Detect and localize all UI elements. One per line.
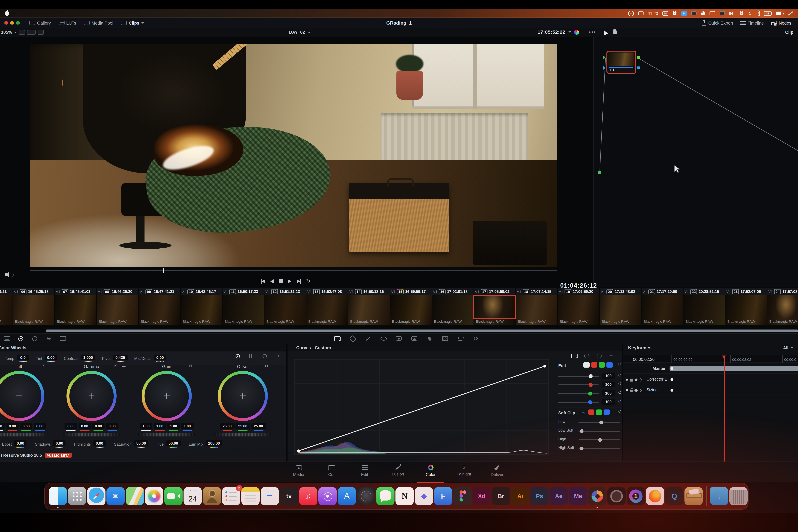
blur-icon[interactable] [426,335,434,342]
channel-value[interactable]: 0.00 [20,423,33,431]
adjustment-control[interactable]: Lum Mix 100.00 [189,440,222,448]
video-viewer[interactable] [30,44,557,267]
stereo-3d-icon[interactable]: 3D [472,335,480,342]
corrector-node[interactable]: 01 [606,51,636,74]
channel-value[interactable]: 1.00 [140,423,152,431]
dock-freeform-icon[interactable]: ~ [261,487,279,505]
dock-safari-icon[interactable] [87,487,106,505]
timeline-clip-07[interactable]: V1 07 16:45:41:03 Blackmagic RAW [55,288,96,325]
dock-separator[interactable] [706,486,707,506]
timeline-clip-09[interactable]: V1 09 16:47:41:21 Blackmagic RAW [139,288,180,325]
channel-value[interactable]: 25.00 [235,423,250,431]
clip-thumbnail[interactable] [516,296,557,319]
dock-gem-app-icon[interactable]: ◆ [415,487,433,505]
viewer-scrub-bar[interactable] [30,270,557,271]
slider-track[interactable] [578,431,620,432]
timeline-clip-16[interactable]: V1 16 17:02:01:18 Blackmagic RAW [432,288,474,325]
dock-downloads-icon[interactable]: ↓ [710,487,728,505]
adjustment-control[interactable]: Saturation 50.00 [114,440,149,448]
lock-icon[interactable] [630,390,633,392]
nodes-panel-button[interactable]: Nodes [771,21,791,25]
clip-thumbnail[interactable] [348,296,390,319]
key-icon[interactable] [441,335,449,342]
dock-capture-one-icon[interactable]: 1 [627,487,645,505]
wheel-settings-icon[interactable]: ↺ [274,353,282,359]
slider-thumb[interactable] [588,400,592,404]
clip-thumbnail[interactable] [97,296,138,319]
curve-options-icon[interactable]: ••• [608,353,615,359]
stop-button[interactable] [279,280,283,283]
timeline-clip-08[interactable]: V1 08 16:46:26:20 Blackmagic RAW [97,288,138,325]
reset-icon[interactable]: ↺ [618,391,622,395]
clip-thumbnail[interactable] [642,296,683,319]
reset-icon[interactable]: ↺ [618,373,622,378]
docs-app-icon[interactable]: D [681,11,687,16]
adjustment-control[interactable]: Temp 0.0 [5,355,29,362]
timeline-panel-button[interactable]: Timeline [740,21,764,25]
dock-messages-icon[interactable] [376,487,395,505]
viewer-mode-icon[interactable] [19,30,25,35]
channel-chip[interactable] [606,362,613,367]
slider-value[interactable]: 100 [602,399,615,405]
motion-effects-icon[interactable] [59,335,66,342]
tab-deliver[interactable]: Deliver [482,463,513,482]
menubar-clock[interactable]: 11:20 [648,11,658,16]
split-view-icon[interactable] [27,30,36,35]
timeline-clip-10[interactable]: V1 10 16:48:46:17 Blackmagic RAW [180,288,222,325]
tab-color[interactable]: Color [415,463,446,482]
dock-reminders-icon[interactable]: 2 [222,487,240,505]
clip-thumbnail[interactable] [13,296,54,319]
lock-icon[interactable] [630,379,633,382]
slider-thumb[interactable] [580,447,584,451]
color-wheels-icon[interactable] [17,335,24,342]
channel-value[interactable]: 0.00 [6,423,19,431]
timeline-clip-06[interactable]: V1 06 16:45:25:18 Blackmagic RAW [13,288,54,325]
curve-graph[interactable] [294,359,549,455]
loop-button[interactable]: ↻ [306,279,310,284]
channel-value[interactable]: 1.00 [181,423,193,431]
timeline-clip-14[interactable]: V1 14 16:58:18:16 Blackmagic RAW [348,288,390,325]
tab-cut[interactable]: Cut [316,463,347,482]
clip-thumbnail[interactable] [264,296,306,319]
clip-thumbnail[interactable] [223,296,264,319]
viewer-zoom-select[interactable]: 105% [1,30,44,35]
play-button[interactable] [288,280,291,283]
keyframe-dot[interactable] [670,367,673,370]
timeline-clip-17[interactable]: V1 17 17:05:50:02 Blackmagic RAW [474,288,515,325]
cpu-widget-icon[interactable] [739,11,744,15]
hue-vs-hue-icon[interactable] [583,353,591,359]
slider-track[interactable] [558,402,599,403]
keyframe-dot[interactable] [670,389,673,392]
dock-contacts-icon[interactable] [203,487,221,505]
timeline-clip-20[interactable]: V1 20 17:13:48:02 Blackmagic RAW [600,288,641,325]
viewer-options-icon[interactable]: ••• [589,30,596,35]
dropbox-icon[interactable] [672,11,677,15]
tab-fusion[interactable]: Fusion [382,463,413,482]
creative-cloud-icon[interactable]: ∞ [628,11,634,16]
sizing-icon[interactable] [457,335,464,342]
slider-track[interactable] [578,448,620,449]
dock-photos-icon[interactable] [145,487,163,505]
reset-icon[interactable]: ↺ [189,364,192,368]
channel-chip[interactable] [604,410,610,415]
timeline-clip-15[interactable]: V1 15 16:59:59:17 Blackmagic RAW [390,288,432,325]
custom-curve-icon[interactable] [570,353,578,359]
clip-thumbnail[interactable] [558,296,599,319]
node-graph-panel[interactable]: 01 [593,37,798,287]
timeline-clip-24[interactable]: V1 24 17:57:08:14 Blackmagic RAW [767,288,798,325]
dark-app-icon[interactable] [720,11,725,15]
timeline-clip-22[interactable]: V1 22 20:28:52:15 Blackmagic RAW [684,288,725,325]
gain-master-wheel[interactable] [137,433,196,436]
adjustment-control[interactable]: Tint 0.00 [36,355,57,362]
dock-unarchiver-icon[interactable] [684,487,703,505]
dock-figma-icon[interactable] [453,487,472,505]
clip-thumbnail[interactable] [600,296,641,319]
enable-dot-icon[interactable] [626,389,628,391]
adjustment-control[interactable]: Shadows 0.00 [35,440,66,448]
playhead-shuttle-icon[interactable] [38,30,44,35]
audio-mute-icon[interactable] [5,273,7,276]
channel-value[interactable]: 0.00 [0,423,5,431]
gallery-button[interactable]: Gallery [30,21,51,25]
curves-icon[interactable] [333,335,341,342]
offset-color-wheel[interactable] [218,371,268,421]
